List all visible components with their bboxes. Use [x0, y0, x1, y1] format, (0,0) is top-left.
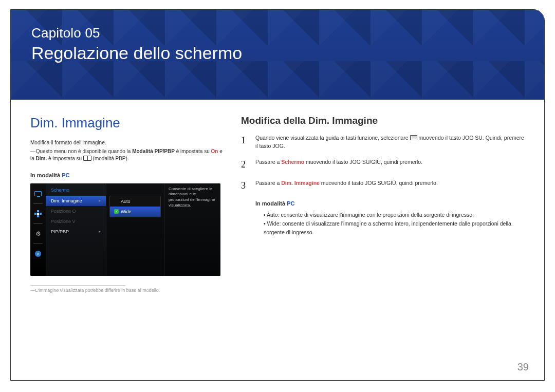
osd-submenu: Auto ✓Wide	[106, 183, 164, 276]
step-text-span: muovendo il tasto JOG SU/GIÙ, quindi pre…	[321, 180, 438, 186]
osd-sidebar: ⚙ i	[30, 183, 46, 276]
divider	[33, 203, 43, 204]
options-list: Auto: consente di visualizzare l'immagin…	[264, 211, 525, 236]
osd-option-wide: ✓Wide	[110, 207, 160, 217]
osd-screenshot: ⚙ i Schermo Dim. Immagine▸ Posizione O P…	[30, 183, 220, 276]
monitor-icon	[32, 186, 44, 201]
content-area: Dim. Immagine Modifica il formato dell'i…	[11, 100, 544, 293]
note-bold-pipbp: Modalità PIP/PBP	[132, 148, 175, 154]
note-on: On	[211, 148, 218, 154]
osd-menu-title: Schermo	[46, 185, 106, 196]
note-bold-dim: Dim.	[36, 156, 47, 161]
mode-prefix: In modalità	[30, 172, 62, 178]
osd-option-label: Wide	[121, 209, 132, 214]
step-highlight-schermo: Schermo	[281, 159, 304, 165]
step-highlight-dim: Dim. Immagine	[281, 180, 320, 186]
mode-label-right: In modalità PC	[255, 200, 525, 207]
bullet-label: Auto	[267, 212, 278, 218]
step-text: Passare a Dim. Immagine muovendo il tast…	[255, 179, 438, 193]
osd-description: Consente di scegliere le dimensioni e le…	[164, 183, 220, 276]
mode-prefix: In modalità	[255, 200, 287, 207]
bullet-text: : consente di visualizzare l'immagine a …	[264, 220, 511, 235]
step-text-span: muovendo il tasto JOG SU/GIÙ, quindi pre…	[306, 159, 422, 165]
mode-pc: PC	[287, 200, 294, 207]
left-column: Dim. Immagine Modifica il formato dell'i…	[30, 115, 226, 293]
osd-main-menu: Schermo Dim. Immagine▸ Posizione O Posiz…	[46, 183, 106, 276]
step-1: 1 Quando viene visualizzata la guida ai …	[241, 134, 525, 151]
section-heading: Dim. Immagine	[30, 115, 226, 131]
pbp-icon	[83, 156, 91, 161]
step-text-span: Passare a	[255, 159, 281, 165]
step-number: 1	[241, 134, 248, 151]
step-text-span: Passare a	[255, 180, 281, 186]
osd-item-pippbp: PIP/PBP▸	[46, 227, 106, 237]
step-number: 2	[241, 158, 248, 172]
check-icon: ✓	[114, 209, 119, 214]
intro-text: Modifica il formato dell'immagine.	[30, 139, 226, 147]
step-text: Passare a Schermo muovendo il tasto JOG …	[255, 158, 422, 172]
osd-item-label: Dim. Immagine	[51, 198, 82, 203]
page-number: 39	[517, 361, 529, 373]
bullet-label: Wide	[267, 220, 280, 227]
osd-item-dim-immagine: Dim. Immagine▸	[46, 196, 106, 206]
bullet-wide: Wide: consente di visualizzare l'immagin…	[264, 219, 525, 237]
mode-label: In modalità PC	[30, 172, 226, 178]
divider	[33, 223, 43, 224]
osd-item-label: PIP/PBP	[51, 229, 69, 234]
dpad-icon	[32, 207, 44, 221]
footnote-rule	[30, 285, 125, 286]
step-3: 3 Passare a Dim. Immagine muovendo il ta…	[241, 179, 525, 193]
chevron-right-icon: ▸	[99, 198, 101, 203]
chevron-right-icon: ▸	[99, 229, 101, 234]
note-text: è impostata su	[48, 156, 83, 161]
info-icon: i	[32, 247, 44, 261]
bullet-auto: Auto: consente di visualizzare l'immagin…	[264, 211, 525, 219]
right-heading: Modifica della Dim. Immagine	[241, 115, 525, 126]
osd-option-label: Auto	[121, 199, 131, 204]
footnote: L'immagine visualizzata potrebbe differi…	[30, 288, 226, 293]
divider	[33, 244, 43, 244]
step-text-span: Quando viene visualizzata la guida ai ta…	[255, 135, 410, 141]
step-number: 3	[241, 179, 248, 193]
osd-options-box: Auto ✓Wide	[109, 196, 161, 217]
mode-pc: PC	[62, 172, 69, 178]
chapter-banner: Capitolo 05 Regolazione dello schermo	[11, 10, 544, 100]
menu-icon	[410, 135, 417, 140]
note-text: è impostata su	[176, 148, 211, 154]
osd-item-posizione-v: Posizione V	[46, 216, 106, 227]
chapter-label: Capitolo 05	[31, 25, 524, 41]
page: Capitolo 05 Regolazione dello schermo Di…	[10, 9, 545, 381]
right-column: Modifica della Dim. Immagine 1 Quando vi…	[241, 115, 525, 293]
osd-item-posizione-o: Posizione O	[46, 206, 106, 216]
note-text: Questo menu non è disponibile quando la	[36, 148, 132, 154]
step-2: 2 Passare a Schermo muovendo il tasto JO…	[241, 158, 525, 172]
note-text: (modalità PBP).	[93, 156, 129, 161]
step-text: Quando viene visualizzata la guida ai ta…	[255, 134, 525, 151]
osd-option-auto: Auto	[110, 196, 160, 207]
chapter-title: Regolazione dello schermo	[31, 43, 524, 63]
bullet-text: : consente di visualizzare l'immagine co…	[278, 212, 474, 218]
gear-icon: ⚙	[32, 227, 44, 241]
availability-note: Questo menu non è disponibile quando la …	[30, 148, 226, 163]
